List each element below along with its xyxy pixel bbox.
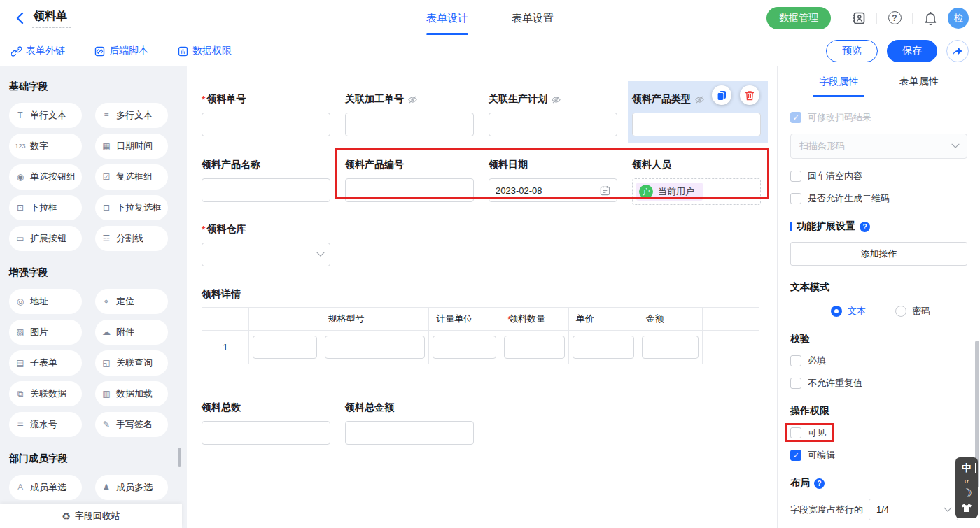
allow-qrcode-checkbox[interactable]: [790, 193, 802, 204]
subform-unit-price-input[interactable]: [573, 336, 635, 359]
moon-icon[interactable]: ☽: [961, 487, 972, 499]
tab-form-settings[interactable]: 表单设置: [512, 0, 554, 36]
subform-item-input[interactable]: [253, 336, 317, 359]
scan-type-select[interactable]: 扫描条形码: [790, 134, 967, 159]
text-mode-password-radio[interactable]: 密码: [895, 305, 930, 317]
field-type-divider[interactable]: ☲分割线: [95, 226, 168, 251]
warehouse-select[interactable]: [202, 243, 330, 266]
field-product-type[interactable]: 领料产品类型: [632, 92, 761, 136]
subform-col-unit-price[interactable]: 单价: [569, 308, 639, 330]
subform-col-spec[interactable]: 规格型号: [321, 308, 430, 330]
field-type-dropdown[interactable]: ⊡下拉框: [9, 195, 82, 220]
form-title[interactable]: 领料单: [32, 8, 71, 28]
back-button[interactable]: [11, 10, 28, 27]
subform-col-quantity[interactable]: *领料数量: [500, 308, 569, 330]
contacts-icon[interactable]: [851, 10, 867, 26]
product-code-input[interactable]: [345, 178, 474, 202]
field-type-data-load[interactable]: ▥数据加载: [95, 381, 168, 406]
linked-data-icon: ⧉: [15, 389, 26, 399]
form-external-link[interactable]: 表单外链: [11, 45, 65, 57]
field-subform-details[interactable]: 领料详情 规格型号 计量单位 *领料数量 单价 金额 1: [202, 288, 777, 364]
tab-form-design[interactable]: 表单设计: [426, 0, 468, 36]
field-type-single-text[interactable]: T单行文本: [9, 103, 82, 128]
field-warehouse[interactable]: *领料仓库: [202, 222, 330, 266]
date-input[interactable]: 2023-02-08: [489, 178, 617, 202]
multi-dropdown-icon: ⊟: [101, 203, 112, 213]
field-total-qty[interactable]: 领料总数: [202, 400, 330, 445]
field-type-signature[interactable]: ✎手写签名: [95, 412, 168, 437]
field-type-checkbox-group[interactable]: ☑复选框组: [95, 164, 168, 190]
field-type-multi-text[interactable]: ≡多行文本: [95, 103, 168, 128]
editable-checkbox[interactable]: [790, 450, 802, 461]
subform-quantity-input[interactable]: [504, 336, 565, 359]
modify-scan-result-checkbox[interactable]: [790, 112, 802, 123]
sidebar-scrollbar[interactable]: [178, 448, 181, 467]
subform-col-unit[interactable]: 计量单位: [429, 308, 500, 330]
preview-button[interactable]: 预览: [826, 40, 878, 62]
production-plan-input[interactable]: [489, 113, 617, 136]
field-order-no[interactable]: *领料单号: [202, 92, 330, 136]
field-type-location[interactable]: ⌖定位: [95, 289, 168, 314]
tab-field-properties[interactable]: 字段属性: [819, 66, 858, 97]
no-duplicate-checkbox[interactable]: [790, 378, 802, 389]
text-mode-text-radio[interactable]: 文本: [831, 305, 866, 317]
field-type-datetime[interactable]: ▦日期时间: [95, 134, 168, 159]
field-type-linked-data[interactable]: ⧉关联数据: [9, 381, 82, 406]
help-icon[interactable]: ?: [887, 10, 902, 26]
section-basic-fields: 基础字段: [9, 80, 187, 93]
field-type-subform[interactable]: ▤子表单: [9, 350, 82, 376]
field-total-amount[interactable]: 领料总金额: [345, 400, 474, 445]
order-no-input[interactable]: [202, 113, 330, 136]
avatar[interactable]: 检: [948, 8, 969, 29]
field-type-serial-number[interactable]: ≣流水号: [9, 412, 82, 437]
field-width-select[interactable]: 1/4: [869, 499, 958, 520]
clear-on-enter-checkbox[interactable]: [790, 171, 802, 182]
field-type-multi-dropdown[interactable]: ⊟下拉复选框: [95, 195, 168, 220]
language-toggle-icon[interactable]: 中: [962, 462, 972, 475]
field-type-linked-query[interactable]: ◱关联查询: [95, 350, 168, 376]
radio-group-icon: ◉: [15, 172, 26, 182]
help-icon[interactable]: ?: [860, 222, 870, 232]
add-action-button[interactable]: 添加操作: [790, 242, 967, 266]
shirt-icon[interactable]: [961, 503, 972, 513]
field-product-name[interactable]: 领料产品名称: [202, 157, 330, 205]
notification-bell-icon[interactable]: [923, 10, 938, 26]
field-process-no[interactable]: 关联加工单号: [345, 92, 474, 136]
data-manage-button[interactable]: 数据管理: [766, 7, 831, 29]
field-production-plan[interactable]: 关联生产计划: [489, 92, 617, 136]
subform-unit-input[interactable]: [433, 336, 496, 359]
field-type-attachment[interactable]: ☁附件: [95, 320, 168, 345]
subform-col-amount[interactable]: 金额: [638, 308, 703, 330]
delete-field-button[interactable]: [740, 85, 760, 105]
field-type-number[interactable]: 123数字: [9, 134, 82, 159]
field-recycle-bin[interactable]: ♻ 字段回收站: [0, 504, 182, 528]
subform-spec-input[interactable]: [325, 336, 426, 359]
field-product-code[interactable]: 领料产品编号: [345, 157, 474, 205]
process-no-input[interactable]: [345, 113, 474, 136]
field-type-member-multi[interactable]: ♟成员多选: [95, 475, 168, 500]
product-name-input[interactable]: [202, 178, 330, 202]
total-qty-input[interactable]: [202, 421, 330, 445]
required-checkbox[interactable]: [790, 355, 802, 366]
total-amount-input[interactable]: [345, 421, 474, 445]
field-type-extend-button[interactable]: ▭扩展按钮: [9, 226, 82, 251]
field-date[interactable]: 领料日期 2023-02-08: [489, 157, 617, 205]
visible-checkbox[interactable]: [790, 427, 802, 438]
extend-button-icon: ▭: [15, 234, 26, 243]
backend-script-link[interactable]: 后端脚本: [94, 45, 148, 57]
field-type-member-single[interactable]: ♙成员单选: [9, 475, 82, 500]
share-button[interactable]: [946, 40, 969, 62]
product-type-input[interactable]: [632, 113, 761, 136]
small-glyph-icon[interactable]: ơ: [965, 478, 969, 484]
field-person[interactable]: 领料人员 户 当前用户: [632, 157, 761, 205]
copy-field-button[interactable]: [712, 85, 732, 105]
data-permission-link[interactable]: 数据权限: [178, 45, 232, 57]
field-type-address[interactable]: ◎地址: [9, 289, 82, 314]
tab-form-properties[interactable]: 表单属性: [899, 66, 939, 97]
save-button[interactable]: 保存: [887, 40, 937, 62]
field-type-image[interactable]: ▨图片: [9, 320, 82, 345]
subform-amount-input[interactable]: [642, 336, 699, 359]
field-type-radio-group[interactable]: ◉单选按钮组: [9, 164, 82, 190]
person-value-box[interactable]: 户 当前用户: [632, 178, 761, 205]
help-icon[interactable]: ?: [814, 478, 825, 489]
